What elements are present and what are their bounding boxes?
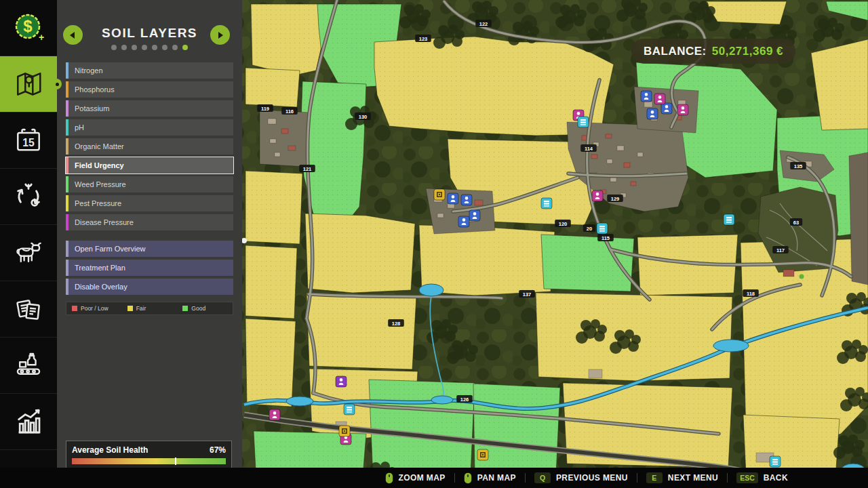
tree-cluster <box>679 30 688 39</box>
map-poi-magenta-icon[interactable] <box>654 94 665 104</box>
tree-cluster <box>438 25 449 36</box>
map-poi-blue-icon[interactable] <box>469 210 480 221</box>
sidebar-item-map[interactable] <box>0 56 57 113</box>
building <box>610 178 616 182</box>
page-dot <box>152 45 157 50</box>
field-number: 128 <box>392 321 401 327</box>
layer-item-pest-pressure[interactable]: Pest Pressure <box>66 195 233 211</box>
hotkey-divider <box>525 473 526 483</box>
stats-icon <box>12 405 45 438</box>
map-poi-blue-icon[interactable] <box>641 91 652 102</box>
layer-label: Organic Matter <box>75 142 124 150</box>
building <box>617 146 624 150</box>
field-number: 130 <box>359 114 368 120</box>
map-poi-magenta-icon[interactable] <box>269 409 280 420</box>
tree-cluster <box>472 1 483 12</box>
tree-cluster <box>455 30 465 39</box>
open-farm-overview-button[interactable]: Open Farm Overview <box>66 241 233 257</box>
sidebar-item-contracts[interactable] <box>0 281 57 338</box>
layer-item-potassium[interactable]: Potassium <box>66 100 233 117</box>
sidebar-item-production[interactable] <box>0 338 57 394</box>
sidebar-item-statistics[interactable] <box>0 394 57 450</box>
cow-icon <box>12 237 45 269</box>
tree-cluster <box>469 345 478 354</box>
field-number: 116 <box>285 108 294 115</box>
tree-cluster <box>433 37 446 49</box>
tree-cluster <box>833 447 846 459</box>
map-poi-cyan-icon[interactable] <box>724 214 734 225</box>
sidebar-item-finances[interactable]: $+ <box>0 0 57 56</box>
layer-item-phosphorus[interactable]: Phosphorus <box>66 81 233 98</box>
mouse-icon <box>385 472 393 484</box>
layer-item-ph[interactable]: pH <box>66 119 233 136</box>
layer-color-bar <box>66 157 68 174</box>
sidebar-item-animals[interactable] <box>0 225 57 281</box>
map-icon <box>14 69 43 99</box>
tree-cluster <box>813 30 825 42</box>
layer-label: Pest Pressure <box>75 199 121 207</box>
page-dot <box>172 45 178 50</box>
page-dot-active <box>182 45 188 50</box>
building <box>624 163 630 167</box>
tree-cluster <box>577 9 587 19</box>
field-number: 20 <box>587 226 592 232</box>
legend-swatch <box>182 306 188 311</box>
page-dot <box>111 45 117 50</box>
next-layer-page-button[interactable] <box>210 25 230 45</box>
disable-overlay-button[interactable]: Disable Overlay <box>66 279 233 295</box>
map-poi-blue-icon[interactable] <box>647 108 658 119</box>
layer-item-organic-matter[interactable]: Organic Matter <box>66 138 233 155</box>
tree-cluster <box>421 9 431 19</box>
map-poi-yellow-icon[interactable] <box>477 449 488 460</box>
tree-cluster <box>730 28 741 39</box>
layer-item-nitrogen[interactable]: Nitrogen <box>66 62 233 79</box>
map-poi-blue-icon[interactable] <box>461 195 472 205</box>
sidebar-item-calendar[interactable]: 15 <box>0 113 57 169</box>
field-number: 114 <box>585 146 593 152</box>
field-number: 121 <box>303 166 312 172</box>
map-poi-magenta-icon[interactable] <box>592 190 603 201</box>
layer-item-disease-pressure[interactable]: Disease Pressure <box>66 214 233 230</box>
map-poi-yellow-icon[interactable] <box>434 189 445 200</box>
map-poi-yellow-icon[interactable] <box>339 426 350 436</box>
building <box>268 119 276 124</box>
map-poi-purple-icon[interactable] <box>336 376 347 387</box>
tree-cluster <box>835 23 844 33</box>
map-poi-blue-icon[interactable] <box>448 193 458 204</box>
map-poi-magenta-icon[interactable] <box>677 104 688 115</box>
tree-cluster <box>818 18 829 29</box>
tree-cluster <box>489 6 498 16</box>
treatment-plan-button[interactable]: Treatment Plan <box>66 260 233 276</box>
tree-cluster <box>580 320 591 331</box>
map-poi-cyan-icon[interactable] <box>541 198 552 209</box>
map-poi-cyan-icon[interactable] <box>770 456 781 467</box>
tree-cluster <box>447 352 459 364</box>
map-poi-cyan-icon[interactable] <box>578 117 589 127</box>
hotkey-divider <box>637 473 637 483</box>
hotkey-label: PREVIOUS MENU <box>556 473 628 483</box>
layer-color-bar <box>66 119 68 136</box>
tree-cluster <box>614 330 625 341</box>
action-color-bar <box>66 241 68 257</box>
pond <box>419 284 443 296</box>
layer-item-field-urgency[interactable]: Field Urgency <box>66 157 233 174</box>
balance-pill: BALANCE: 50,271,369 € <box>631 39 795 64</box>
keycap-q: Q <box>534 472 551 483</box>
arrow-right-icon <box>218 32 223 39</box>
hotkey-label: PAN MAP <box>477 473 516 483</box>
map-poi-cyan-icon[interactable] <box>597 223 608 234</box>
tree-cluster <box>576 331 588 344</box>
overview-map[interactable]: 1191161211301231221141291201152013563117… <box>242 0 868 488</box>
balance-value: 50,271,369 € <box>712 45 783 58</box>
map-poi-cyan-icon[interactable] <box>344 404 355 415</box>
layer-color-bar <box>66 138 68 155</box>
pond <box>286 396 313 406</box>
tree-cluster <box>787 30 797 39</box>
map-poi-blue-icon[interactable] <box>458 216 469 227</box>
soil-health-label: Average Soil Health <box>72 445 148 455</box>
field-number: 117 <box>776 247 785 253</box>
field-number: 135 <box>794 163 803 169</box>
layer-item-weed-pressure[interactable]: Weed Pressure <box>66 176 233 192</box>
layer-list: NitrogenPhosphorusPotassiumpHOrganic Mat… <box>66 62 233 230</box>
sidebar-item-crop-rotation[interactable] <box>0 169 57 225</box>
